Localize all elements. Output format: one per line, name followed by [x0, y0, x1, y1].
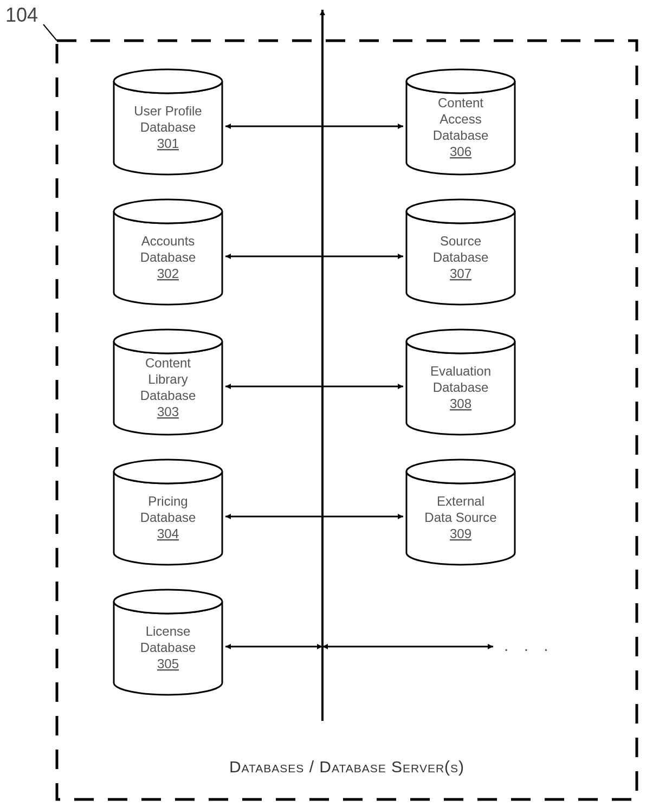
- db-right-306-label-1: Access: [440, 112, 481, 126]
- db-left-304-label-0: Pricing: [148, 494, 188, 508]
- db-right-309-label-0: External: [437, 494, 484, 508]
- db-right-307-label-0: Source: [440, 234, 481, 248]
- db-left-305-ref: 305: [157, 656, 179, 671]
- db-right-307-label-1: Database: [433, 250, 489, 264]
- container-ref-number: 104: [5, 4, 38, 26]
- db-left-303-label-1: Library: [148, 372, 188, 386]
- db-left-303: ContentLibraryDatabase303: [114, 330, 222, 435]
- database-server-diagram: 104Databases / Database Server(s)User Pr…: [0, 0, 672, 807]
- db-right-306-label-0: Content: [438, 95, 483, 110]
- db-right-307-ref: 307: [450, 266, 471, 281]
- db-right-309-ref: 309: [450, 526, 471, 541]
- db-left-303-label-0: Content: [145, 356, 191, 370]
- db-left-304-label-1: Database: [140, 510, 196, 525]
- db-right-309: ExternalData Source309: [406, 460, 515, 565]
- db-left-304: PricingDatabase304: [114, 460, 222, 565]
- db-right-309-label-1: Data Source: [424, 510, 496, 525]
- db-left-305-label-1: Database: [140, 640, 196, 655]
- db-right-308: EvaluationDatabase308: [406, 330, 515, 435]
- svg-point-7: [406, 460, 515, 483]
- db-left-303-label-2: Database: [140, 388, 196, 403]
- db-left-305: LicenseDatabase305: [114, 590, 222, 695]
- db-right-308-label-0: Evaluation: [430, 364, 491, 378]
- db-left-302-ref: 302: [157, 266, 179, 281]
- db-right-307: SourceDatabase307: [406, 199, 515, 305]
- svg-point-8: [114, 590, 222, 614]
- svg-point-6: [114, 460, 222, 483]
- db-left-301-label-0: User Profile: [134, 104, 202, 118]
- db-left-302: AccountsDatabase302: [114, 199, 222, 305]
- svg-point-3: [406, 199, 515, 223]
- svg-point-2: [114, 199, 222, 223]
- svg-point-1: [406, 69, 515, 93]
- container-caption: Databases / Database Server(s): [229, 758, 464, 776]
- svg-point-4: [114, 330, 222, 353]
- svg-point-5: [406, 330, 515, 353]
- db-right-308-ref: 308: [450, 396, 471, 411]
- db-right-306: ContentAccessDatabase306: [406, 69, 515, 175]
- db-left-302-label-0: Accounts: [141, 234, 195, 248]
- db-left-301: User ProfileDatabase301: [114, 69, 222, 175]
- ref-pointer: [43, 24, 57, 41]
- db-left-301-ref: 301: [157, 136, 179, 151]
- db-left-302-label-1: Database: [140, 250, 196, 264]
- svg-point-0: [114, 69, 222, 93]
- db-left-301-label-1: Database: [140, 120, 196, 134]
- db-left-303-ref: 303: [157, 404, 179, 419]
- db-left-304-ref: 304: [157, 526, 179, 541]
- ellipsis: . . .: [504, 636, 554, 654]
- db-right-306-label-2: Database: [433, 128, 489, 143]
- db-left-305-label-0: License: [146, 624, 191, 638]
- db-right-306-ref: 306: [450, 144, 471, 159]
- db-right-308-label-1: Database: [433, 380, 489, 395]
